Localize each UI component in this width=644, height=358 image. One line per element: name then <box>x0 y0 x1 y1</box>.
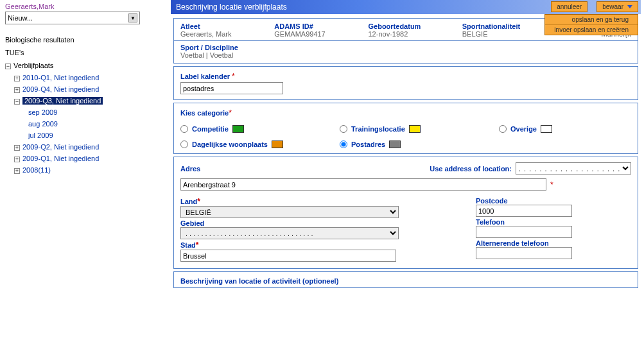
category-label: Postadres <box>351 141 385 148</box>
nationality-label: Sportnationaliteit <box>462 22 556 30</box>
label-kalender-input[interactable] <box>180 82 283 94</box>
color-swatch <box>409 125 421 133</box>
color-swatch <box>541 125 552 133</box>
tree-item-month[interactable]: aug 2009 <box>28 118 150 130</box>
tree-item-quarter-selected[interactable]: −2009-Q3, Niet ingediend <box>14 95 150 107</box>
alt-telefoon-input[interactable] <box>476 247 572 259</box>
athlete-label: Atleet <box>180 22 274 30</box>
expand-icon[interactable]: + <box>14 87 20 93</box>
category-overige-radio[interactable] <box>499 125 507 133</box>
expand-icon[interactable]: + <box>14 168 20 174</box>
postcode-label: Postcode <box>476 197 631 205</box>
tree-item-quarter[interactable]: +2009-Q1, Niet ingediend <box>14 153 150 164</box>
color-swatch <box>389 141 401 148</box>
adams-id-label: ADAMS ID# <box>274 22 368 30</box>
address-section: Adres Use address of location: . . . . .… <box>173 157 638 269</box>
alt-telefoon-label: Alternerende telefoon <box>476 239 631 247</box>
stad-label: Stad* <box>180 241 476 250</box>
stad-input[interactable] <box>180 250 396 262</box>
category-woonplaats-radio[interactable] <box>180 141 188 148</box>
adams-id-value: GEMAMA99417 <box>274 30 368 38</box>
expand-icon[interactable]: + <box>14 76 20 81</box>
dob-label: Geboortedatum <box>369 22 462 30</box>
save-and-create-item[interactable]: invoer opslaan en creëren <box>545 25 638 35</box>
required-icon: * <box>197 197 200 206</box>
nav-tree: Biologische resultaten TUE's −Verblijfpl… <box>5 33 150 176</box>
page-title: Beschrijving locatie verblijfplaats <box>176 3 287 12</box>
telefoon-input[interactable] <box>476 226 572 238</box>
new-dropdown[interactable]: Nieuw... ▼ <box>5 12 140 24</box>
sport-label: Sport / Discipline <box>180 44 238 51</box>
chevron-down-icon: ▼ <box>128 13 137 22</box>
main-panel: Beschrijving locatie verblijfplaats annu… <box>171 0 641 358</box>
address-title: Adres <box>180 165 200 173</box>
category-title: Kies categorie <box>180 109 229 117</box>
category-label: Dagelijkse woonplaats <box>192 141 268 148</box>
expand-icon[interactable]: + <box>14 145 20 151</box>
new-dropdown-value: Nieuw... <box>8 14 33 22</box>
collapse-icon[interactable]: − <box>14 99 20 105</box>
cancel-button[interactable]: annuleer <box>551 1 587 12</box>
required-icon: * <box>229 108 232 117</box>
category-competitie-radio[interactable] <box>180 125 188 133</box>
save-dropdown-menu: opslaan en ga terug invoer opslaan en cr… <box>544 14 638 35</box>
sidebar: Geeraerts,Mark Nieuw... ▼ Biologische re… <box>0 0 155 358</box>
required-icon: * <box>232 72 235 81</box>
required-icon: * <box>196 241 199 250</box>
use-address-select[interactable]: . . . . . . . . . . . . . . . . . . . . … <box>516 162 631 175</box>
tree-item-tue[interactable]: TUE's <box>5 46 150 59</box>
use-address-label: Use address of location: <box>430 165 512 173</box>
tree-item-bio[interactable]: Biologische resultaten <box>5 33 150 46</box>
collapse-icon[interactable]: − <box>5 64 11 69</box>
land-label: Land* <box>180 197 476 206</box>
dob-value: 12-nov-1982 <box>369 30 462 38</box>
label-kalender-title: Label kalender <box>180 72 230 80</box>
category-section: Kies categorie* Competitie Trainingsloca… <box>173 103 638 154</box>
gebied-select[interactable]: . . . . . . . . . . . . . . . . . . . . … <box>180 227 399 239</box>
telefoon-label: Telefoon <box>476 218 631 226</box>
tree-item-quarter[interactable]: +2010-Q1, Niet ingediend <box>14 72 150 83</box>
athlete-name-label: Geeraerts,Mark <box>5 3 150 10</box>
save-button[interactable]: bewaar <box>596 1 638 12</box>
tree-item-year[interactable]: +2008(11) <box>14 164 150 176</box>
save-and-return-item[interactable]: opslaan en ga terug <box>545 15 638 25</box>
tree-item-quarter[interactable]: +2009-Q2, Niet ingediend <box>14 141 150 153</box>
required-icon: * <box>550 180 553 189</box>
titlebar: Beschrijving locatie verblijfplaats annu… <box>171 0 641 14</box>
color-swatch <box>232 125 244 133</box>
tree-item-quarter[interactable]: +2009-Q4, Niet ingediend <box>14 83 150 95</box>
category-label: Competitie <box>192 125 229 133</box>
tree-item-month[interactable]: sep 2009 <box>28 107 150 118</box>
gebied-label: Gebied <box>180 219 476 227</box>
tree-item-verblijfplaats[interactable]: −Verblijfplaats <box>5 59 150 72</box>
land-select[interactable]: BELGIË <box>180 206 399 218</box>
label-kalender-section: Label kalender * <box>173 66 638 100</box>
category-label: Trainingslocatie <box>351 125 405 133</box>
street-input[interactable] <box>180 178 546 191</box>
category-label: Overige <box>510 125 537 133</box>
category-trainingslocatie-radio[interactable] <box>340 125 347 133</box>
expand-icon[interactable]: + <box>14 157 20 162</box>
athlete-value: Geeraerts, Mark <box>180 30 274 38</box>
description-section: Beschrijving van locatie of activiteit (… <box>173 271 638 288</box>
category-postadres-radio[interactable] <box>340 141 347 148</box>
color-swatch <box>272 141 283 148</box>
tree-item-month[interactable]: jul 2009 <box>28 130 150 141</box>
nationality-value: BELGIË <box>462 30 556 38</box>
postcode-input[interactable] <box>476 205 572 217</box>
description-title: Beschrijving van locatie of activiteit (… <box>180 277 338 285</box>
sport-value: Voetbal | Voetbal <box>180 51 233 59</box>
